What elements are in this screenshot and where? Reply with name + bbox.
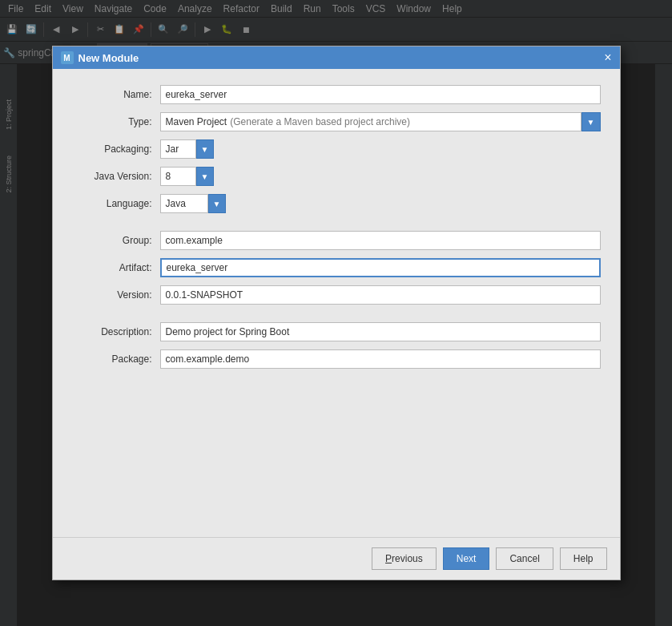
type-value: Maven Project: [166, 116, 227, 127]
new-module-dialog: M New Module × Name: Type:: [52, 46, 621, 580]
type-hint: (Generate a Maven based project archive): [230, 116, 410, 127]
dialog-overlay: M New Module × Name: Type:: [0, 0, 672, 626]
next-button[interactable]: Next: [443, 547, 490, 570]
description-input[interactable]: [160, 322, 601, 341]
dialog-content: Name: Type: Maven Project (Generate a Ma…: [53, 69, 620, 537]
group-label: Group:: [72, 235, 160, 246]
java-version-row: Java Version: 8 ▼: [72, 167, 601, 186]
type-select-display[interactable]: Maven Project (Generate a Maven based pr…: [160, 112, 581, 131]
language-select-display[interactable]: Java: [160, 194, 208, 213]
dialog-close-button[interactable]: ×: [604, 51, 611, 64]
name-label: Name:: [72, 89, 160, 100]
spacer-1: [72, 221, 601, 231]
previous-button[interactable]: Previous: [372, 547, 437, 570]
language-label: Language:: [72, 198, 160, 209]
artifact-row: Artifact:: [72, 258, 601, 277]
language-dropdown-btn[interactable]: ▼: [208, 194, 226, 213]
package-row: Package:: [72, 349, 601, 369]
java-version-value: 8: [166, 171, 171, 182]
packaging-dropdown-btn[interactable]: ▼: [196, 139, 214, 159]
help-label: Help: [573, 553, 594, 564]
empty-space: [72, 377, 601, 521]
group-row: Group:: [72, 231, 601, 250]
type-select-wrapper: Maven Project (Generate a Maven based pr…: [160, 112, 601, 131]
description-label: Description:: [72, 326, 160, 337]
dialog-titlebar-left: M New Module: [61, 51, 139, 64]
java-version-select-display[interactable]: 8: [160, 167, 196, 186]
type-label: Type:: [72, 116, 160, 127]
language-select-wrapper: Java ▼: [160, 194, 226, 213]
packaging-select-display[interactable]: Jar: [160, 139, 196, 159]
name-input[interactable]: [160, 85, 601, 104]
version-input[interactable]: [160, 285, 601, 305]
dialog-footer: Previous Next Cancel Help: [53, 537, 620, 580]
java-version-select-wrapper: 8 ▼: [160, 167, 214, 186]
dialog-title: New Module: [78, 52, 139, 64]
package-label: Package:: [72, 353, 160, 365]
cancel-label: Cancel: [509, 553, 539, 564]
language-row: Language: Java ▼: [72, 194, 601, 213]
artifact-label: Artifact:: [72, 262, 160, 273]
version-row: Version:: [72, 285, 601, 305]
artifact-input[interactable]: [160, 258, 601, 277]
dialog-icon-text: M: [63, 54, 70, 63]
type-dropdown-btn[interactable]: ▼: [581, 112, 601, 131]
version-label: Version:: [72, 289, 160, 301]
dialog-title-icon: M: [61, 51, 74, 64]
help-button[interactable]: Help: [560, 547, 607, 570]
group-input[interactable]: [160, 231, 601, 250]
packaging-row: Packaging: Jar ▼: [72, 139, 601, 159]
java-version-label: Java Version:: [72, 171, 160, 182]
language-value: Java: [166, 198, 186, 209]
java-version-dropdown-btn[interactable]: ▼: [196, 167, 214, 186]
spacer-2: [72, 313, 601, 322]
name-row: Name:: [72, 85, 601, 104]
packaging-select-wrapper: Jar ▼: [160, 139, 214, 159]
cancel-button[interactable]: Cancel: [496, 547, 553, 570]
dialog-titlebar: M New Module ×: [53, 46, 620, 69]
type-row: Type: Maven Project (Generate a Maven ba…: [72, 112, 601, 131]
package-input[interactable]: [160, 349, 601, 369]
next-label: Next: [457, 553, 477, 564]
packaging-value: Jar: [166, 143, 179, 155]
description-row: Description:: [72, 322, 601, 341]
previous-label: Previous: [385, 553, 423, 564]
ide-background: File Edit View Navigate Code Analyze Ref…: [0, 0, 672, 626]
packaging-label: Packaging:: [72, 143, 160, 155]
